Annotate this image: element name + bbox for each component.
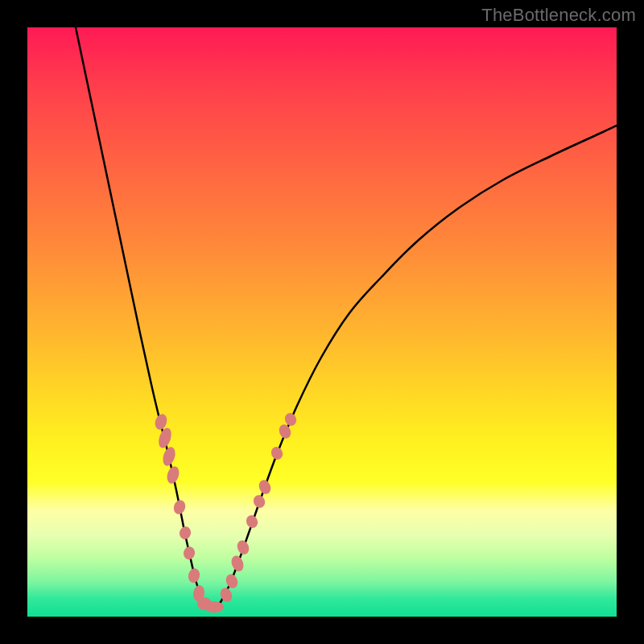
data-marker [156,426,173,449]
data-marker [257,478,273,496]
data-marker [270,445,285,461]
data-marker [245,514,260,530]
data-marker [229,554,246,573]
curve-path [76,27,617,609]
data-marker [172,498,188,515]
data-marker [165,464,181,485]
data-marker [187,568,200,584]
bottleneck-curve [76,27,617,609]
data-marker [161,445,178,467]
chart-svg [27,27,617,617]
data-marker [182,546,196,561]
watermark-text: TheBottleneck.com [481,5,636,26]
data-marker [178,525,192,540]
data-marker [235,539,251,556]
chart-area [27,27,617,617]
data-marker [252,493,267,510]
curve-markers [153,411,298,613]
data-marker [224,572,240,590]
data-marker [204,601,224,613]
